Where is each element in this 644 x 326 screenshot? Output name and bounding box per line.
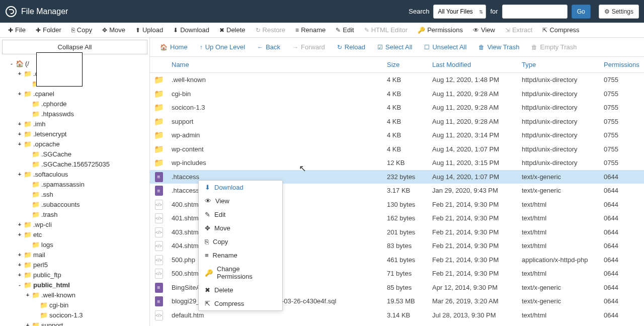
cell-perm: 0755: [604, 159, 644, 167]
col-name[interactable]: Name: [168, 61, 387, 68]
go-button[interactable]: Go: [572, 5, 591, 19]
upload-button[interactable]: ⬆Upload: [131, 24, 167, 36]
tree-item[interactable]: +📁perl5: [0, 260, 149, 270]
view-trash-button[interactable]: 🗑View Trash: [473, 40, 524, 54]
tree-item[interactable]: +📁etc: [0, 229, 149, 239]
code-icon: </>: [155, 310, 163, 320]
up-button[interactable]: ↑Up One Level: [195, 40, 251, 54]
settings-button[interactable]: ⚙ Settings: [599, 5, 639, 19]
table-header: Name Size Last Modified Type Permissions: [150, 57, 644, 73]
tree-toggle[interactable]: +: [17, 171, 22, 177]
tree-item[interactable]: +📁.softaculous: [0, 169, 149, 179]
tree-label: .opcache: [33, 140, 60, 148]
tree-item[interactable]: +📁.subaccounts: [0, 199, 149, 209]
forward-button[interactable]: →Forward: [287, 40, 330, 54]
tree-item[interactable]: +📁.letsencrypt: [0, 129, 149, 139]
reload-button[interactable]: ↻Reload: [332, 40, 370, 54]
tree-item[interactable]: +📁.SGCache.1565725035: [0, 159, 149, 169]
select-all-button[interactable]: ☑Select All: [372, 40, 417, 54]
tree-item[interactable]: +📁.cphorde: [0, 99, 149, 109]
table-row[interactable]: 📁socicon-1.34 KBAug 11, 2020, 9:28 AMhtt…: [150, 101, 644, 115]
col-perm[interactable]: Permissions: [604, 61, 644, 68]
tree-item[interactable]: +📁.well-known: [0, 290, 149, 300]
view-button[interactable]: 👁View: [469, 24, 499, 36]
cell-size: 83 bytes: [387, 242, 432, 250]
ctx-rename[interactable]: ≡Rename: [199, 249, 282, 262]
tree-toggle[interactable]: +: [17, 91, 22, 97]
tree-item[interactable]: +📁mail: [0, 250, 149, 260]
ctx-change-perm[interactable]: 🔑Change Permissions: [199, 262, 282, 283]
table-row[interactable]: 📁wp-includes12 KBAug 11, 2020, 3:15 PMht…: [150, 156, 644, 170]
extract-button[interactable]: ⇲Extract: [501, 24, 536, 36]
permissions-button[interactable]: 🔑Permissions: [414, 24, 467, 36]
tree-item[interactable]: +📁.opcache: [0, 139, 149, 149]
back-button[interactable]: ←Back: [252, 40, 285, 54]
ctx-edit[interactable]: ✎Edit: [199, 208, 282, 221]
compress-button[interactable]: ⇱Compress: [538, 24, 583, 36]
table-row[interactable]: 📁.well-known4 KBAug 12, 2020, 1:48 PMhtt…: [150, 73, 644, 87]
col-size[interactable]: Size: [387, 61, 432, 68]
col-type[interactable]: Type: [522, 61, 604, 68]
rename-button[interactable]: ≡Rename: [291, 24, 330, 36]
tree-toggle[interactable]: +: [17, 221, 22, 227]
tree-toggle[interactable]: +: [17, 231, 22, 237]
tree-item[interactable]: +📁.ssh: [0, 189, 149, 199]
file-button[interactable]: ✚File: [4, 24, 30, 36]
tree-toggle[interactable]: +: [17, 252, 22, 258]
tree-toggle[interactable]: -: [9, 60, 14, 66]
tree-toggle[interactable]: +: [25, 292, 30, 298]
tree-toggle[interactable]: -: [17, 282, 22, 288]
upload-icon: ⬆: [135, 27, 140, 34]
html-editor-button[interactable]: ✎HTML Editor: [360, 24, 412, 36]
tree-toggle[interactable]: +: [17, 262, 22, 268]
tree-toggle[interactable]: +: [17, 70, 22, 76]
table-row[interactable]: 📁wp-admin4 KBAug 11, 2020, 3:14 PMhttpd/…: [150, 128, 644, 142]
tree-toggle[interactable]: +: [17, 272, 22, 278]
tree-item[interactable]: +📁.wp-cli: [0, 219, 149, 229]
ctx-copy[interactable]: ⎘Copy: [199, 235, 282, 249]
cell-perm: 0755: [604, 131, 644, 139]
tree-item[interactable]: +📁.SGCache: [0, 149, 149, 159]
unselect-all-button[interactable]: ☐Unselect All: [419, 40, 471, 54]
cell-size: 201 bytes: [387, 228, 432, 236]
search-scope-select[interactable]: All Your Files: [433, 5, 486, 19]
delete-button[interactable]: ✖Delete: [215, 24, 250, 36]
edit-button[interactable]: ✎Edit: [332, 24, 358, 36]
tree-item[interactable]: +📁.htpasswds: [0, 109, 149, 119]
tree-label: .cpanel: [33, 90, 54, 98]
cell-date: Feb 21, 2014, 9:30 PM: [432, 201, 522, 208]
tree-item[interactable]: +📁support: [0, 320, 149, 326]
tree-item[interactable]: +📁.trash: [0, 209, 149, 219]
move-button[interactable]: ✥Move: [98, 24, 129, 36]
ctx-download[interactable]: ⬇Download: [199, 181, 282, 194]
empty-trash-button[interactable]: 🗑Empty Trash: [526, 40, 582, 54]
tree-toggle[interactable]: +: [17, 131, 22, 137]
tree-toggle[interactable]: +: [17, 121, 22, 127]
tree-item[interactable]: +📁logs: [0, 239, 149, 250]
folder-icon: 📁: [32, 241, 40, 249]
tree-item[interactable]: +📁.spamassassin: [0, 179, 149, 189]
restore-button[interactable]: ↻Restore: [252, 24, 290, 36]
tree-toggle[interactable]: +: [25, 322, 30, 326]
tree-item[interactable]: -📁public_html: [0, 280, 149, 290]
ctx-compress[interactable]: ⇱Compress: [199, 297, 282, 310]
table-row[interactable]: 📁support4 KBAug 11, 2020, 9:28 AMhttpd/u…: [150, 115, 644, 129]
tree-item[interactable]: +📁public_ftp: [0, 270, 149, 280]
col-date[interactable]: Last Modified: [432, 61, 522, 68]
tree-item[interactable]: +📁.imh: [0, 119, 149, 129]
download-button[interactable]: ⬇Download: [169, 24, 213, 36]
copy-button[interactable]: ⎘Copy: [67, 24, 96, 36]
tree-item[interactable]: +📁socicon-1.3: [0, 310, 149, 320]
tree-item[interactable]: +📁cgi-bin: [0, 300, 149, 310]
folder-button[interactable]: ✚Folder: [32, 24, 65, 36]
table-row[interactable]: 📁cgi-bin4 KBAug 11, 2020, 9:28 AMhttpd/u…: [150, 87, 644, 101]
cell-type: application/x-httpd-php: [522, 256, 604, 264]
table-row[interactable]: 📁wp-content4 KBAug 14, 2020, 1:07 PMhttp…: [150, 142, 644, 156]
ctx-move[interactable]: ✥Move: [199, 221, 282, 235]
tree-toggle[interactable]: +: [17, 141, 22, 147]
ctx-view[interactable]: 👁View: [199, 194, 282, 208]
home-button[interactable]: 🏠Home: [155, 40, 193, 54]
ctx-delete[interactable]: ✖Delete: [199, 283, 282, 297]
tree-item[interactable]: +📁.cpanel: [0, 89, 149, 99]
search-input[interactable]: [502, 5, 568, 19]
